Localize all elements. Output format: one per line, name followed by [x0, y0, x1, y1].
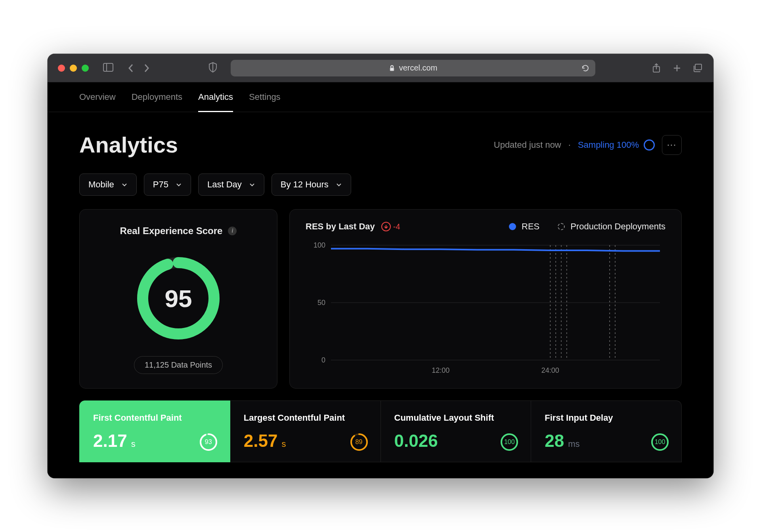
range-filter-value: Last Day: [207, 179, 242, 190]
metric-name: First Contentful Paint: [93, 413, 216, 423]
separator-dot: ·: [568, 140, 571, 150]
metric-score-ring: 100: [650, 433, 669, 452]
data-points-pill[interactable]: 11,125 Data Points: [134, 356, 223, 374]
minimize-window-button[interactable]: [70, 65, 77, 72]
percentile-filter[interactable]: P75: [144, 174, 191, 196]
metric-value: 2.57: [244, 431, 278, 451]
svg-text:12:00: 12:00: [432, 366, 449, 374]
metric-score-ring: 93: [199, 433, 218, 452]
svg-rect-3: [390, 68, 394, 71]
more-options-button[interactable]: ⋯: [662, 135, 682, 155]
res-chart-title: RES by Last Day: [306, 221, 375, 232]
metric-score-value: 89: [350, 433, 369, 452]
res-chart-card: RES by Last Day -4 RES Production Deploy…: [289, 209, 682, 389]
tab-analytics[interactable]: Analytics: [198, 92, 233, 112]
legend-res-label: RES: [522, 221, 539, 232]
metric-value: 28: [545, 431, 564, 451]
svg-text:50: 50: [317, 299, 325, 307]
back-button[interactable]: [124, 62, 137, 74]
metric-score-value: 100: [500, 433, 519, 452]
metric-name: First Input Delay: [545, 413, 668, 423]
share-icon[interactable]: [651, 63, 662, 74]
metric-score-value: 93: [199, 433, 218, 452]
res-score-card: Real Experience Score i 95 11,125 Data P…: [79, 209, 277, 389]
sampling-ring-icon: [644, 139, 655, 151]
browser-toolbar: vercel.com: [48, 54, 713, 82]
percentile-filter-value: P75: [153, 179, 168, 190]
tab-settings[interactable]: Settings: [249, 92, 281, 112]
metric-unit: s: [281, 439, 286, 449]
svg-rect-0: [103, 63, 113, 71]
chevron-down-icon: [121, 181, 128, 188]
page-content: Overview Deployments Analytics Settings …: [48, 82, 713, 478]
metric-tile-3[interactable]: First Input Delay 28 ms 100: [531, 400, 682, 462]
res-delta: -4: [381, 222, 400, 231]
arrow-down-icon: [381, 222, 391, 231]
metrics-row: First Contentful Paint 2.17 s 93 Largest…: [48, 389, 713, 462]
info-icon[interactable]: i: [228, 227, 237, 235]
tab-deployments[interactable]: Deployments: [132, 92, 182, 112]
nav-tabs: Overview Deployments Analytics Settings: [48, 82, 713, 112]
close-window-button[interactable]: [58, 65, 65, 72]
sampling-label: Sampling 100%: [578, 140, 639, 150]
chevron-down-icon: [336, 181, 342, 188]
res-score-value: 95: [135, 255, 222, 342]
url-host: vercel.com: [399, 63, 438, 72]
metric-tile-2[interactable]: Cumulative Layout Shift 0.026 100: [381, 400, 532, 462]
chevron-down-icon: [249, 181, 255, 188]
page-header: Analytics Updated just now · Sampling 10…: [48, 112, 713, 174]
metric-value: 2.17: [93, 431, 127, 451]
updated-label: Updated just now: [494, 140, 561, 150]
chevron-down-icon: [176, 181, 182, 188]
metric-tile-0[interactable]: First Contentful Paint 2.17 s 93: [79, 400, 230, 462]
bucket-filter-value: By 12 Hours: [281, 179, 329, 190]
lock-icon: [389, 65, 395, 71]
metric-tile-1[interactable]: Largest Contentful Paint 2.57 s 89: [230, 400, 381, 462]
metric-unit: ms: [568, 439, 579, 449]
metric-score-ring: 89: [350, 433, 369, 452]
reload-icon[interactable]: [581, 64, 590, 72]
bucket-filter[interactable]: By 12 Hours: [272, 174, 351, 196]
privacy-shield-icon[interactable]: [208, 62, 217, 74]
device-filter-value: Mobile: [88, 179, 114, 190]
svg-text:0: 0: [321, 356, 325, 364]
metric-score-ring: 100: [500, 433, 519, 452]
metric-score-value: 100: [650, 433, 669, 452]
range-filter[interactable]: Last Day: [198, 174, 264, 196]
device-filter[interactable]: Mobile: [79, 174, 137, 196]
svg-rect-8: [695, 64, 702, 70]
legend-deploy-swatch: [558, 223, 565, 230]
metric-unit: s: [131, 439, 136, 449]
tab-overview[interactable]: Overview: [79, 92, 116, 112]
forward-button[interactable]: [140, 62, 153, 74]
maximize-window-button[interactable]: [82, 65, 89, 72]
legend-res-swatch: [509, 223, 516, 230]
res-delta-value: -4: [393, 222, 400, 231]
metric-name: Largest Contentful Paint: [244, 413, 367, 423]
svg-text:100: 100: [314, 241, 325, 249]
page-title: Analytics: [79, 132, 178, 158]
metric-name: Cumulative Layout Shift: [394, 413, 518, 423]
res-line-chart: 05010012:0024:00: [306, 241, 665, 376]
new-tab-icon[interactable]: [671, 63, 683, 74]
browser-window: vercel.com Overview Deployments Analytic…: [48, 54, 713, 478]
svg-text:24:00: 24:00: [541, 366, 559, 374]
sidebar-toggle-icon[interactable]: [103, 63, 113, 73]
window-controls: [58, 65, 89, 72]
sampling-link[interactable]: Sampling 100%: [578, 139, 655, 151]
filter-bar: Mobile P75 Last Day By 12 Hours: [48, 174, 713, 209]
legend-deploy-label: Production Deployments: [570, 221, 665, 232]
metric-value: 0.026: [394, 431, 438, 451]
res-score-title: Real Experience Score: [120, 225, 223, 236]
res-gauge: 95: [135, 255, 222, 342]
url-bar[interactable]: vercel.com: [231, 60, 595, 76]
tabs-overview-icon[interactable]: [692, 63, 703, 74]
